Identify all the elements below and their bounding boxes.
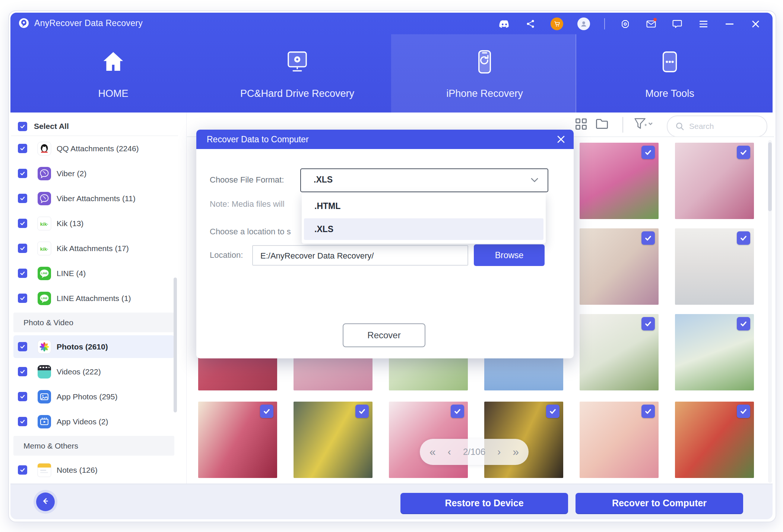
photo-selected-checkbox[interactable] [737, 146, 750, 159]
photo-thumbnail[interactable] [580, 143, 659, 219]
list-item[interactable]: kik· Kik (13) [11, 211, 177, 236]
item-checkbox[interactable] [18, 144, 27, 153]
app-videos-icon [37, 415, 51, 429]
location-input[interactable] [253, 246, 465, 266]
tab-more-tools[interactable]: More Tools [595, 34, 744, 113]
list-item[interactable]: LINE LINE Attachments (1) [11, 286, 177, 311]
location-prompt-label: Choose a location to s [210, 227, 291, 237]
svg-text:LINE: LINE [41, 272, 47, 275]
item-checkbox[interactable] [18, 194, 27, 203]
kik-icon: kik· [37, 241, 51, 256]
photo-thumbnail[interactable] [675, 228, 754, 305]
photo-selected-checkbox[interactable] [737, 231, 750, 245]
select-all-checkbox[interactable] [18, 122, 27, 131]
list-item[interactable]: Viber (2) [11, 161, 177, 186]
discord-icon[interactable] [498, 18, 510, 30]
page-indicator: 2/106 [463, 447, 485, 457]
grid-view-icon[interactable] [575, 118, 587, 132]
minimize-icon[interactable] [723, 18, 735, 30]
qq-icon [37, 142, 51, 156]
sidebar-scrollbar-thumb[interactable] [174, 278, 177, 412]
prev-page-icon[interactable]: ‹ [448, 446, 451, 458]
photo-selected-checkbox[interactable] [641, 405, 655, 418]
photo-selected-checkbox[interactable] [260, 405, 273, 418]
first-page-icon[interactable]: « [429, 446, 436, 458]
list-item[interactable]: QQ Attachments (2246) [11, 136, 177, 161]
photo-selected-checkbox[interactable] [451, 405, 464, 418]
note-text: Note: Media files will [210, 199, 285, 209]
mail-icon[interactable] [645, 18, 657, 30]
photo-selected-checkbox[interactable] [641, 317, 655, 330]
pagination: « ‹ 2/106 › » [420, 439, 529, 465]
list-item[interactable]: Viber Attachments (11) [11, 186, 177, 211]
menu-icon[interactable] [697, 18, 709, 30]
close-icon[interactable] [749, 18, 761, 30]
svg-text:kik·: kik· [40, 246, 48, 251]
item-checkbox[interactable] [18, 417, 27, 426]
dialog-close-icon[interactable] [557, 135, 565, 144]
anyrecover-logo-icon [18, 17, 30, 29]
settings-icon[interactable] [619, 18, 631, 30]
recover-to-computer-button[interactable]: Recover to Computer [576, 493, 743, 513]
tab-pc-hard-drive-recovery[interactable]: PC&Hard Drive Recovery [223, 34, 372, 113]
item-checkbox[interactable] [18, 294, 27, 303]
list-item[interactable]: kik· Kik Attachments (17) [11, 236, 177, 261]
recover-button[interactable]: Recover [343, 323, 425, 347]
svg-text:kik·: kik· [40, 221, 48, 227]
photo-selected-checkbox[interactable] [546, 405, 559, 418]
item-checkbox[interactable] [18, 219, 27, 228]
search-input[interactable] [688, 121, 761, 131]
photo-selected-checkbox[interactable] [355, 405, 369, 418]
item-checkbox[interactable] [18, 169, 27, 178]
photo-selected-checkbox[interactable] [641, 146, 655, 159]
list-item[interactable]: App Photos (295) [11, 384, 177, 409]
photo-thumbnail[interactable] [580, 228, 659, 305]
recover-data-dialog: Recover Data to Computer Choose File For… [196, 130, 574, 358]
file-format-select[interactable]: .XLS [300, 168, 548, 192]
location-label: Location: [210, 250, 243, 260]
item-checkbox[interactable] [18, 392, 27, 401]
item-checkbox[interactable] [18, 367, 27, 376]
photo-thumbnail[interactable] [675, 314, 754, 390]
viber-icon [37, 167, 51, 181]
tab-iphone-recovery[interactable]: iPhone Recovery [410, 34, 559, 113]
restore-to-device-button[interactable]: Restore to Device [400, 493, 568, 513]
browse-button[interactable]: Browse [474, 244, 545, 266]
share-icon[interactable] [524, 18, 536, 30]
last-page-icon[interactable]: » [513, 446, 519, 458]
list-item[interactable]: Videos (222) [11, 359, 177, 384]
photo-thumbnail[interactable] [580, 402, 659, 478]
list-item[interactable]: LINE LINE (4) [11, 261, 177, 286]
dropdown-option-html[interactable]: .HTML [304, 195, 543, 217]
item-checkbox[interactable] [18, 244, 27, 253]
account-icon[interactable] [577, 18, 590, 30]
photo-selected-checkbox[interactable] [737, 405, 750, 418]
photo-thumbnail[interactable] [198, 402, 277, 478]
photo-thumbnail[interactable] [675, 402, 754, 478]
back-button[interactable] [36, 493, 55, 511]
photo-thumbnail[interactable] [580, 314, 659, 390]
item-checkbox[interactable] [18, 465, 27, 475]
grid-scrollbar-thumb[interactable] [768, 142, 772, 211]
item-checkbox[interactable] [18, 269, 27, 278]
filter-icon[interactable] [633, 117, 653, 132]
item-checkbox[interactable] [18, 342, 27, 351]
titlebar: AnyRecover Data Recovery [10, 13, 773, 34]
toolbar-divider [622, 117, 623, 133]
search-icon [675, 121, 685, 131]
footer-bar: Restore to Device Recover to Computer [10, 484, 773, 519]
photo-selected-checkbox[interactable] [641, 231, 655, 245]
next-page-icon[interactable]: › [497, 446, 501, 458]
list-item[interactable]: Photos (2610) [11, 334, 177, 359]
photo-selected-checkbox[interactable] [737, 317, 750, 330]
folder-view-icon[interactable] [595, 118, 609, 131]
list-item[interactable]: App Videos (2) [11, 409, 177, 434]
tab-home[interactable]: HOME [39, 34, 188, 113]
photo-thumbnail[interactable] [294, 402, 373, 478]
dropdown-option-xls[interactable]: .XLS [304, 218, 543, 240]
viber-icon [37, 191, 51, 206]
cart-icon[interactable] [551, 18, 563, 30]
list-item[interactable]: Notes (126) [11, 457, 177, 482]
feedback-icon[interactable] [671, 18, 683, 30]
photo-thumbnail[interactable] [675, 143, 754, 219]
